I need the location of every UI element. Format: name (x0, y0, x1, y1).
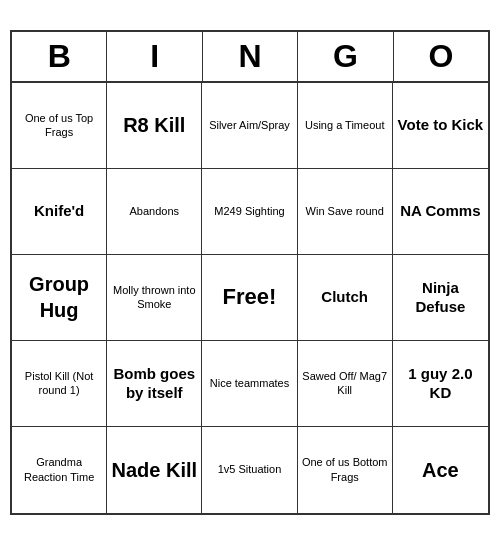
bingo-cell-1[interactable]: R8 Kill (107, 83, 202, 169)
bingo-cell-19[interactable]: 1 guy 2.0 KD (393, 341, 488, 427)
bingo-cell-12[interactable]: Free! (202, 255, 297, 341)
bingo-cell-4[interactable]: Vote to Kick (393, 83, 488, 169)
bingo-cell-0[interactable]: One of us Top Frags (12, 83, 107, 169)
bingo-grid: One of us Top FragsR8 KillSilver Aim/Spr… (12, 83, 488, 513)
bingo-cell-21[interactable]: Nade Kill (107, 427, 202, 513)
header-g: G (298, 32, 393, 81)
bingo-cell-3[interactable]: Using a Timeout (298, 83, 393, 169)
bingo-cell-16[interactable]: Bomb goes by itself (107, 341, 202, 427)
bingo-cell-17[interactable]: Nice teammates (202, 341, 297, 427)
bingo-cell-20[interactable]: Grandma Reaction Time (12, 427, 107, 513)
bingo-cell-14[interactable]: Ninja Defuse (393, 255, 488, 341)
bingo-cell-10[interactable]: Group Hug (12, 255, 107, 341)
header-b: B (12, 32, 107, 81)
bingo-cell-5[interactable]: Knife'd (12, 169, 107, 255)
bingo-cell-9[interactable]: NA Comms (393, 169, 488, 255)
bingo-cell-23[interactable]: One of us Bottom Frags (298, 427, 393, 513)
bingo-cell-7[interactable]: M249 Sighting (202, 169, 297, 255)
bingo-cell-22[interactable]: 1v5 Situation (202, 427, 297, 513)
bingo-cell-24[interactable]: Ace (393, 427, 488, 513)
header-n: N (203, 32, 298, 81)
bingo-cell-8[interactable]: Win Save round (298, 169, 393, 255)
header-o: O (394, 32, 488, 81)
header-i: I (107, 32, 202, 81)
bingo-cell-11[interactable]: Molly thrown into Smoke (107, 255, 202, 341)
bingo-header: B I N G O (12, 32, 488, 83)
bingo-card: B I N G O One of us Top FragsR8 KillSilv… (10, 30, 490, 515)
bingo-cell-13[interactable]: Clutch (298, 255, 393, 341)
bingo-cell-15[interactable]: Pistol Kill (Not round 1) (12, 341, 107, 427)
bingo-cell-18[interactable]: Sawed Off/ Mag7 Kill (298, 341, 393, 427)
bingo-cell-6[interactable]: Abandons (107, 169, 202, 255)
bingo-cell-2[interactable]: Silver Aim/Spray (202, 83, 297, 169)
